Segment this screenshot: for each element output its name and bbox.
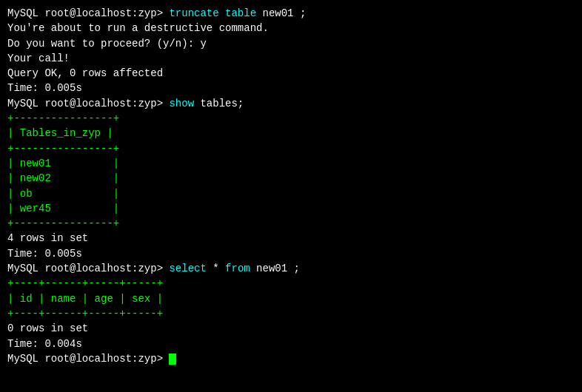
terminal-output: MySQL root@localhost:zyp> truncate table… [7,6,575,366]
terminal-line: Query OK, 0 rows affected [7,66,575,81]
terminal-line: | new02 | [7,171,575,186]
terminal-line: Do you want to proceed? (y/n): y [7,36,575,51]
terminal-line: Time: 0.005s [7,81,575,95]
terminal-line: MySQL root@localhost:zyp> truncate table… [7,6,575,21]
terminal-line: +----------------+ [7,141,575,156]
terminal-line: MySQL root@localhost:zyp> [7,351,575,366]
terminal-line: You're about to run a destructive comman… [7,21,575,36]
terminal-line: +----+------+-----+-----+ [7,306,575,321]
terminal-line: MySQL root@localhost:zyp> select * from … [7,261,575,276]
terminal-line: Time: 0.005s [7,246,575,261]
terminal-line: | new01 | [7,156,575,171]
terminal-line: | ob | [7,186,575,201]
terminal-line: 4 rows in set [7,231,575,246]
terminal-line: | wer45 | [7,201,575,216]
terminal-cursor [169,354,176,365]
terminal-line: +----------------+ [7,111,575,126]
terminal-line: +----------------+ [7,216,575,231]
terminal-line: +----+------+-----+-----+ [7,276,575,291]
terminal-line: Your call! [7,51,575,66]
terminal-line: | id | name | age | sex | [7,291,575,306]
terminal-line: MySQL root@localhost:zyp> show tables; [7,96,575,111]
terminal-window: MySQL root@localhost:zyp> truncate table… [0,0,582,392]
terminal-line: | Tables_in_zyp | [7,126,575,141]
terminal-line: 0 rows in set [7,321,575,336]
terminal-line: Time: 0.004s [7,337,575,351]
